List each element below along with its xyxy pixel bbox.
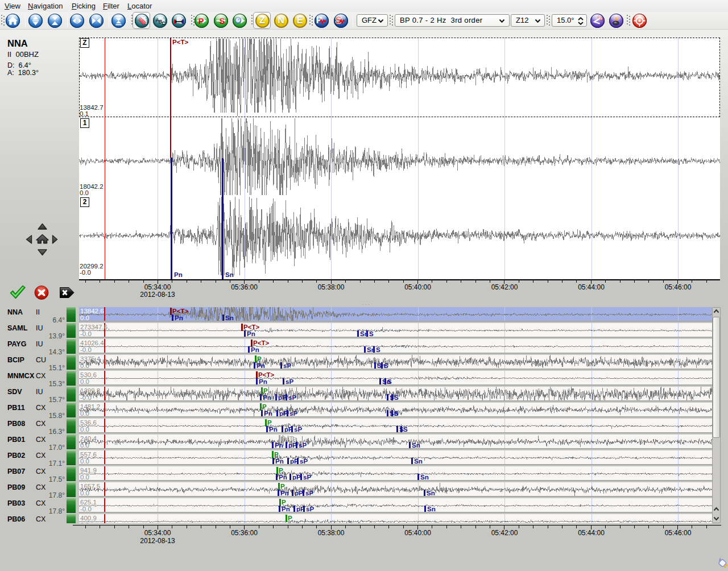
svg-text:P: P [198,16,204,26]
svg-text:C: C [162,20,165,26]
svg-text:P: P [616,16,619,22]
svg-text:S: S [219,16,225,26]
